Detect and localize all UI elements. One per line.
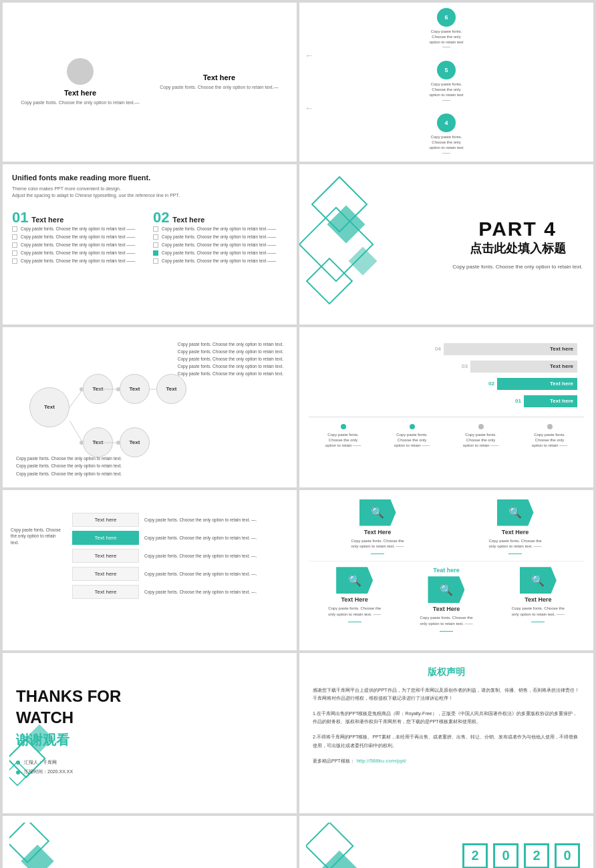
list-desc-1: Copy paste fonts. Choose the only option… — [144, 517, 287, 523]
search-icon-5: 🔍 — [520, 567, 557, 594]
t-text-1: Copy paste fonts. Choose the only option… — [325, 432, 361, 449]
search-item-1: 🔍 Text Here Copy paste fonts. Choose the… — [347, 499, 408, 555]
list-item: Copy paste fonts. Choose the only option… — [12, 226, 146, 232]
search-desc-2: Copy paste fonts. Choose the only option… — [485, 538, 545, 550]
checkbox — [153, 242, 158, 248]
search-item-5: 🔍 Text Here Copy paste fonts. Choose the… — [508, 567, 568, 632]
search-bottom-row: 🔍 Text Here Copy paste fonts. Choose the… — [309, 567, 584, 632]
bar-chart: 04 Text here 03 Text here 02 Text here 0… — [309, 343, 584, 407]
slide-4: PART 4 点击此处填入标题 Copy paste fonts. Choose… — [299, 164, 593, 324]
list-desc-5: Copy paste fonts. Choose the only option… — [144, 589, 287, 595]
timeline: Copy paste fonts. Choose the only option… — [309, 417, 584, 449]
list-item: Copy paste fonts. Choose the only option… — [153, 234, 287, 240]
underline-5 — [531, 622, 545, 622]
checkbox — [12, 242, 17, 248]
copyright-link-label: 更多精品PPT模板： — [313, 758, 355, 763]
search-desc-1: Copy paste fonts. Choose the only option… — [347, 538, 408, 550]
checkbox — [153, 234, 158, 240]
checkbox-checked — [153, 250, 158, 256]
timeline-item-2: Copy paste fonts. Choose the only option… — [394, 424, 430, 449]
bar-3: Text here — [470, 361, 577, 373]
timeline-item-4: Copy paste fonts. Choose the only option… — [531, 424, 568, 449]
timeline-item-1: Copy paste fonts. Choose the only option… — [325, 424, 361, 449]
list-row-4: Text here Copy paste fonts. Choose the o… — [72, 567, 287, 581]
svg-line-3 — [69, 421, 83, 443]
slide-3: Unified fonts make reading more fluent. … — [3, 164, 297, 324]
slide2-inner: 6 Copy paste fonts. Choose the only opti… — [299, 3, 593, 162]
t-dot-1 — [341, 424, 346, 429]
year-digit-2: 0 — [493, 843, 518, 868]
bar-label-3: Text here — [550, 363, 573, 369]
t-dot-2 — [410, 424, 415, 429]
underline-1 — [371, 554, 384, 554]
underline-3 — [348, 622, 361, 622]
slide7-left-desc: Copy paste fonts. Choose the only option… — [11, 527, 61, 546]
checkbox — [12, 226, 17, 232]
mindmap-right-text: Copy paste fonts. Choose the only option… — [178, 341, 283, 377]
list-row-2: Text here Copy paste fonts. Choose the o… — [72, 531, 287, 545]
t-dot-3 — [478, 424, 484, 429]
thanks-line2: WATCH — [16, 709, 283, 726]
list-desc-4: Copy paste fonts. Choose the only option… — [144, 571, 287, 577]
search-desc-5: Copy paste fonts. Choose the only option… — [508, 606, 568, 617]
list-text: Copy paste fonts. Choose the only option… — [21, 250, 135, 255]
slide1-col1: Text here Copy paste fonts. Choose the o… — [21, 58, 139, 106]
bar-row-1: 01 Text here — [510, 395, 577, 407]
thanks-chinese: 谢谢观看 — [16, 731, 283, 749]
bullet-2 — [16, 771, 20, 775]
step-4: 4 Copy paste fonts. Choose the only opti… — [305, 114, 588, 156]
mindmap-btext-3: Copy paste fonts. Choose the only option… — [16, 470, 122, 477]
diamond-decoration — [306, 171, 426, 318]
col1: 01 Text here Copy paste fonts. Choose th… — [12, 209, 146, 266]
search-title-5: Text Here — [525, 596, 551, 603]
bar-label-2: Text here — [550, 381, 573, 387]
svg-rect-13 — [21, 845, 53, 868]
node-center: Text — [29, 387, 69, 427]
mindmap-text-5: Copy paste fonts. Choose the only option… — [178, 370, 283, 377]
thanks-info2: 汇报时间：2020.XX.XX — [24, 768, 73, 777]
mindmap-text-4: Copy paste fonts. Choose the only option… — [178, 363, 283, 370]
bullet-1 — [16, 761, 20, 765]
t-text-4: Copy paste fonts. Choose the only option… — [531, 432, 568, 449]
bar-label-4: Text here — [550, 346, 573, 352]
search-icon-3: 🔍 — [336, 567, 373, 594]
bar-label-1: Text here — [550, 398, 573, 404]
bar-row-2: 02 Text here — [484, 378, 577, 390]
thanks-info1: 汇报人：千库网 — [24, 758, 57, 767]
search-item-4: Teat here 🔍 Text Here Copy paste fonts. … — [416, 567, 476, 632]
bar-1: Text here — [524, 395, 577, 407]
mindmap-btext-1: Copy paste fonts. Choose the only option… — [16, 455, 122, 462]
t-text-2: Copy paste fonts. Choose the only option… — [394, 432, 430, 449]
year-digit-3: 2 — [524, 843, 549, 868]
list-item: Copy paste fonts. Choose the only option… — [153, 226, 287, 232]
search-desc-4: Copy paste fonts. Choose the only option… — [416, 615, 476, 626]
list-text: Copy paste fonts. Choose the only option… — [162, 242, 276, 247]
copyright-link-row: 更多精品PPT模板： http://588ku.com/ppt/ — [313, 756, 580, 766]
node-2: Text — [120, 374, 150, 404]
mindmap: Text Text Text Text Text Text Co — [9, 334, 290, 481]
underline-4 — [440, 631, 453, 632]
checkbox — [12, 250, 17, 256]
diamond-deco-12 — [306, 823, 393, 868]
year-display: 2 0 2 0 — [462, 843, 580, 868]
bar-num-1: 01 — [510, 398, 521, 404]
slide3-desc: Theme color makes PPT more convenient to… — [12, 186, 287, 200]
steps-container: 6 Copy paste fonts. Choose the only opti… — [305, 8, 588, 156]
checkbox — [153, 226, 158, 232]
col2-header: 02 Text here — [153, 209, 287, 226]
search-icon-2: 🔍 — [497, 499, 534, 526]
search-desc-3: Copy paste fonts. Choose the only option… — [325, 606, 385, 617]
copyright-para2: 1.在千库网出售的PPT模板是免税商品（即：Royalty-Free），正版受《… — [313, 710, 580, 726]
step-circle-4: 4 — [437, 114, 456, 132]
slide-11 — [3, 816, 297, 868]
col1-header: 01 Text here — [12, 209, 146, 226]
slide3-header: Unified fonts make reading more fluent. — [12, 174, 287, 182]
bplan-content: 2 0 2 0 BUSSINESS PLAN 工作汇报/商业计划/年度总结/企业… — [462, 843, 580, 868]
diamond-svg-11 — [9, 823, 76, 868]
list-row-1: Text here Copy paste fonts. Choose the o… — [72, 513, 287, 527]
slide1-sub1: Copy paste fonts. Choose the only option… — [21, 99, 139, 106]
slide1-sub2: Copy paste fonts. Choose the only option… — [160, 84, 278, 91]
checkbox — [12, 234, 17, 240]
part4-content: PART 4 点击此处填入标题 Copy paste fonts. Choose… — [452, 218, 583, 271]
search-title-2: Text Here — [502, 529, 529, 535]
